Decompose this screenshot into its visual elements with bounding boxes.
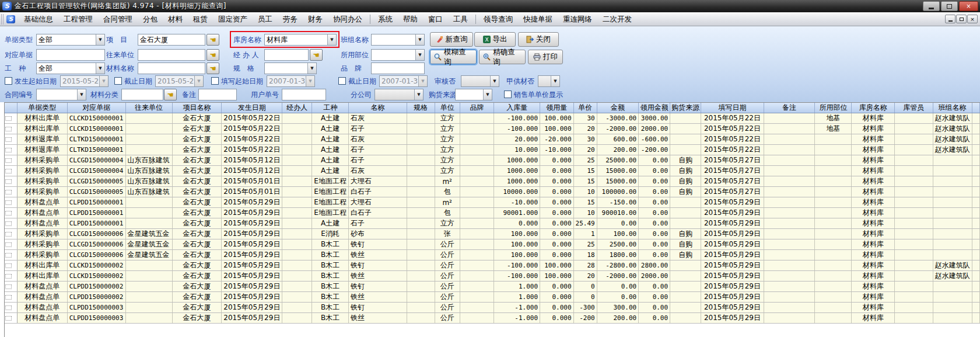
- brand-input[interactable]: [371, 62, 425, 74]
- close-button[interactable]: ×: [959, 1, 978, 11]
- mdi-restore-button[interactable]: [956, 15, 967, 23]
- column-header[interactable]: 领用量: [540, 103, 574, 113]
- row-selector-cell[interactable]: [5, 250, 17, 260]
- print-button[interactable]: 打印: [528, 50, 563, 64]
- chevron-down-icon[interactable]: ▼: [306, 76, 314, 86]
- menu-item-窗口[interactable]: 窗口: [423, 13, 448, 26]
- chevron-down-icon[interactable]: ▼: [490, 76, 499, 86]
- row-selector-cell[interactable]: [5, 292, 17, 303]
- row-selector-cell[interactable]: [5, 313, 17, 324]
- row-selector-cell[interactable]: [5, 229, 17, 239]
- column-header[interactable]: 项目名称: [172, 103, 222, 113]
- column-header[interactable]: 规格: [407, 103, 435, 113]
- column-header[interactable]: 单位: [435, 103, 460, 113]
- chevron-down-icon[interactable]: ▼: [327, 34, 336, 45]
- table-row[interactable]: 材料采购单CLCGD150000006金星建筑五金金石大厦2015年05月29日…: [5, 229, 980, 239]
- spec-select[interactable]: ▼: [264, 62, 317, 74]
- table-row[interactable]: 材料采购单CLCGD150000006金星建筑五金金石大厦2015年05月29日…: [5, 239, 980, 250]
- mdi-minimize-button[interactable]: [945, 15, 956, 23]
- menu-item-分包[interactable]: 分包: [138, 13, 163, 26]
- chevron-down-icon[interactable]: ▼: [415, 50, 424, 60]
- export-button[interactable]: X 导出: [474, 32, 516, 47]
- column-header[interactable]: 对应单据: [67, 103, 125, 113]
- fuzzy-query-button[interactable]: 模糊查询: [430, 50, 477, 64]
- fill-end-date[interactable]: 2007-01-31▼: [379, 75, 428, 87]
- occur-start-date[interactable]: 2015-05-29▼: [60, 75, 108, 87]
- column-header[interactable]: 单价: [573, 103, 597, 113]
- purchase-source-select[interactable]: ▼: [455, 89, 492, 100]
- fill-end-checkbox[interactable]: [338, 77, 346, 85]
- column-header[interactable]: 名称: [348, 103, 407, 113]
- chevron-down-icon[interactable]: ▼: [194, 76, 203, 86]
- row-selector-cell[interactable]: [5, 208, 17, 218]
- table-row[interactable]: 材料盘点单CLPDD150000003金石大厦2015年05月29日B木工铁钉公…: [5, 303, 980, 313]
- menu-item-领导查询[interactable]: 领导查询: [478, 13, 518, 26]
- column-header[interactable]: [5, 103, 17, 113]
- fill-start-checkbox[interactable]: [211, 77, 219, 85]
- doc-type-select[interactable]: 全部▼: [36, 34, 105, 46]
- column-header[interactable]: 备注: [764, 103, 815, 113]
- chevron-down-icon[interactable]: ▼: [77, 89, 86, 100]
- column-header[interactable]: 经办人: [282, 103, 312, 113]
- table-row[interactable]: 材料采购单CLCGD150000006金星建筑五金金石大厦2015年05月29日…: [5, 250, 980, 260]
- agent-picker-button[interactable]: ☚: [310, 49, 323, 61]
- row-selector-cell[interactable]: [5, 218, 17, 229]
- project-input[interactable]: [138, 34, 205, 46]
- occur-start-checkbox[interactable]: [5, 77, 12, 85]
- row-selector-cell[interactable]: [5, 282, 17, 292]
- table-row[interactable]: 材料盘点单CLPDD150000001金石大厦2015年05月29日E地面工程白…: [5, 208, 980, 218]
- column-header[interactable]: 所用部位: [815, 103, 852, 113]
- row-selector-cell[interactable]: [5, 113, 17, 124]
- column-header[interactable]: 入库量: [494, 103, 540, 113]
- column-header[interactable]: 班组名称: [933, 103, 972, 113]
- column-header[interactable]: 发生日期: [222, 103, 282, 113]
- menu-item-固定资产[interactable]: 固定资产: [213, 13, 253, 26]
- table-row[interactable]: 材料退库单CLTKD150000001金石大厦2015年05月22日A土建石子立…: [5, 145, 980, 155]
- occur-end-date[interactable]: 2015-05-29▼: [155, 75, 204, 87]
- row-selector-cell[interactable]: [5, 145, 17, 155]
- counterparty-picker-button[interactable]: ☚: [206, 49, 219, 61]
- menu-item-二次开发[interactable]: 二次开发: [597, 13, 637, 26]
- table-row[interactable]: 材料盘点单CLPDD150000003金石大厦2015年05月29日B木工铁丝公…: [5, 313, 980, 324]
- column-header[interactable]: 往来单位: [125, 103, 172, 113]
- audited-select[interactable]: ▼: [461, 75, 499, 87]
- menu-item-材料[interactable]: 材料: [163, 13, 188, 26]
- table-row[interactable]: 材料盘点单CLPDD150000002金石大厦2015年05月29日B木工铁钉公…: [5, 282, 980, 292]
- chevron-down-icon[interactable]: ▼: [551, 76, 559, 86]
- project-picker-button[interactable]: ☚: [206, 34, 219, 46]
- team-select[interactable]: ▼: [371, 34, 425, 46]
- used-part-select[interactable]: ▼: [371, 49, 425, 61]
- remark-input[interactable]: [198, 89, 237, 100]
- column-header[interactable]: 工种: [312, 103, 349, 113]
- mdi-close-button[interactable]: ×: [967, 15, 978, 23]
- menu-item-快捷单据[interactable]: 快捷单据: [518, 13, 558, 26]
- menu-item-基础信息[interactable]: 基础信息: [19, 13, 58, 26]
- column-header[interactable]: 单据类型: [17, 103, 67, 113]
- minimize-button[interactable]: [923, 1, 940, 11]
- row-selector-cell[interactable]: [5, 176, 17, 187]
- menu-item-租赁[interactable]: 租赁: [188, 13, 213, 26]
- menu-item-协同办公[interactable]: 协同办公: [328, 13, 368, 26]
- row-selector-cell[interactable]: [5, 303, 17, 313]
- table-row[interactable]: 材料采购单CLCGD150000005山东百脉建筑金石大厦2015年05月01日…: [5, 176, 980, 187]
- row-selector-cell[interactable]: [5, 197, 17, 208]
- row-selector-cell[interactable]: [5, 260, 17, 271]
- row-selector-cell[interactable]: [5, 271, 17, 282]
- column-header[interactable]: 金额: [597, 103, 638, 113]
- column-header[interactable]: 品牌: [460, 103, 494, 113]
- row-selector-cell[interactable]: [5, 187, 17, 197]
- ref-doc-input[interactable]: [36, 49, 105, 61]
- column-header[interactable]: 库房名称: [852, 103, 895, 113]
- menu-item-财务[interactable]: 财务: [303, 13, 328, 26]
- row-selector-cell[interactable]: [5, 166, 17, 176]
- table-row[interactable]: 材料出库单CLCKD150000002金石大厦2015年05月29日B木工铁钉公…: [5, 260, 980, 271]
- chevron-down-icon[interactable]: ▼: [418, 76, 427, 86]
- fill-start-date[interactable]: 2007-01-31▼: [267, 75, 315, 87]
- chevron-down-icon[interactable]: ▼: [483, 89, 492, 100]
- branch-select[interactable]: ▼: [374, 89, 424, 100]
- material-class-picker-button[interactable]: ☚: [164, 89, 177, 100]
- new-query-button[interactable]: 新查询: [430, 32, 473, 47]
- column-header[interactable]: 填写日期: [701, 103, 764, 113]
- row-selector-cell[interactable]: [5, 124, 17, 134]
- agent-input[interactable]: [264, 49, 309, 61]
